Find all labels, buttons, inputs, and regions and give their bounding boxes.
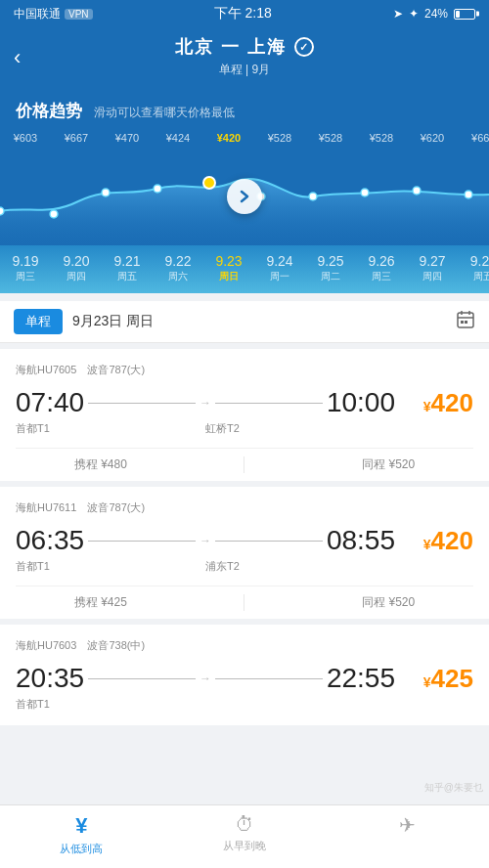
nav-item-1[interactable]: ⏱ 从早到晚 xyxy=(163,813,327,856)
nav-item-2[interactable]: ✈ xyxy=(326,813,489,856)
price-item: ¥528 xyxy=(356,130,407,146)
date-item[interactable]: 9.23周日 xyxy=(203,251,254,285)
flight-dep-time: 07:40 xyxy=(16,387,84,418)
svg-point-6 xyxy=(309,193,317,200)
svg-point-8 xyxy=(413,187,421,195)
arr-airport: 虹桥T2 xyxy=(205,421,240,436)
chart-area xyxy=(0,148,489,245)
battery-percent: 24% xyxy=(424,7,448,21)
arr-airport: 浦东T2 xyxy=(205,559,240,574)
selected-date: 9月23日 周日 xyxy=(72,313,446,330)
forward-button[interactable] xyxy=(227,179,262,214)
flight-card[interactable]: 海航HU7603 波音738(中) 20:35 → 22:55 ¥425 首都T… xyxy=(0,625,489,725)
status-time: 下午 2:18 xyxy=(214,5,272,22)
price-scroll-row[interactable]: ¥603¥667¥470¥424¥420¥528¥528¥528¥620¥66x xyxy=(0,128,489,148)
bluetooth-icon: ✦ xyxy=(409,7,419,21)
route-title: 北京 一 上海 xyxy=(175,35,287,59)
date-row[interactable]: 9.19周三9.20周四9.21周五9.22周六9.23周日9.24周一9.25… xyxy=(0,245,489,293)
date-item[interactable]: 9.27周四 xyxy=(407,251,458,285)
svg-rect-10 xyxy=(458,313,473,327)
flight-dep-time: 06:35 xyxy=(16,525,84,556)
price-item: ¥424 xyxy=(153,130,203,146)
nav-label: 从早到晚 xyxy=(223,839,266,853)
time-sort-icon: ⏱ xyxy=(235,813,254,836)
flight-main: 06:35 → 08:55 ¥420 xyxy=(16,525,473,556)
price-trend-title: 价格趋势 xyxy=(16,102,82,120)
flight-footer: 携程 ¥480 同程 ¥520 xyxy=(16,448,473,481)
date-item[interactable]: 9.26周三 xyxy=(356,251,407,285)
filter-bar: 单程 9月23日 周日 xyxy=(0,301,489,343)
price-item: ¥620 xyxy=(407,130,458,146)
flight-header: 海航HU7605 波音787(大) xyxy=(16,363,473,377)
flight-header: 海航HU7611 波音787(大) xyxy=(16,500,473,515)
svg-point-3 xyxy=(154,185,161,193)
nav-item-0[interactable]: ¥ 从低到高 xyxy=(0,813,163,856)
price-item: ¥420 xyxy=(203,130,254,146)
flight-card[interactable]: 海航HU7605 波音787(大) 07:40 → 10:00 ¥420 首都T… xyxy=(0,349,489,481)
flight-arr-time: 10:00 xyxy=(327,387,395,418)
flight-header: 海航HU7603 波音738(中) xyxy=(16,638,473,653)
header: ‹ 北京 一 上海 ✓ 单程 | 9月 xyxy=(0,27,489,88)
price-sort-icon: ¥ xyxy=(75,813,87,839)
date-item[interactable]: 9.24周一 xyxy=(254,251,305,285)
svg-point-9 xyxy=(465,191,472,198)
svg-point-0 xyxy=(0,207,4,215)
price-trend-section: 价格趋势 滑动可以查看哪天价格最低 ¥603¥667¥470¥424¥420¥5… xyxy=(0,88,489,293)
price-item: ¥66x xyxy=(458,130,489,146)
battery-icon xyxy=(454,9,475,20)
date-item[interactable]: 9.21周五 xyxy=(102,251,153,285)
svg-point-7 xyxy=(361,189,369,196)
flight-arrow: → xyxy=(84,534,327,547)
date-item[interactable]: 9.20周四 xyxy=(51,251,102,285)
carrier-label: 中国联通 xyxy=(14,6,61,22)
tongcheng-price: 同程 ¥520 xyxy=(362,456,415,473)
date-item[interactable]: 9.2x周五 xyxy=(458,251,489,285)
price-trend-subtitle: 滑动可以查看哪天价格最低 xyxy=(94,106,235,119)
calendar-button[interactable] xyxy=(456,310,475,334)
flight-price: ¥420 xyxy=(395,388,473,418)
status-right: ➤ ✦ 24% xyxy=(393,7,475,21)
nav-label: 从低到高 xyxy=(60,842,103,856)
flight-airports: 首都T1 虹桥T2 xyxy=(16,421,473,436)
price-trend-header: 价格趋势 滑动可以查看哪天价格最低 xyxy=(0,100,489,128)
flight-plane: 波音787(大) xyxy=(87,364,145,375)
price-item: ¥667 xyxy=(51,130,102,146)
flight-arrow: → xyxy=(84,396,327,410)
svg-point-2 xyxy=(102,189,110,196)
watermark: 知乎@朱要乜 xyxy=(424,781,483,795)
flight-airline: 海航HU7605 xyxy=(16,364,76,375)
date-item[interactable]: 9.19周三 xyxy=(0,251,51,285)
xiecheng-price: 携程 ¥480 xyxy=(74,456,127,473)
header-title: 北京 一 上海 ✓ xyxy=(39,35,450,59)
check-icon[interactable]: ✓ xyxy=(294,37,314,57)
flight-airports: 首都T1 浦东T2 xyxy=(16,559,473,574)
price-item: ¥528 xyxy=(254,130,305,146)
flight-airline: 海航HU7611 xyxy=(16,501,76,513)
flight-card[interactable]: 海航HU7611 波音787(大) 06:35 → 08:55 ¥420 首都T… xyxy=(0,487,489,619)
location-icon: ➤ xyxy=(393,7,403,21)
status-left: 中国联通 VPN xyxy=(14,6,93,22)
flight-main: 20:35 → 22:55 ¥425 xyxy=(16,663,473,694)
back-button[interactable]: ‹ xyxy=(14,45,21,70)
date-item[interactable]: 9.25周二 xyxy=(305,251,356,285)
flight-plane: 波音787(大) xyxy=(87,501,145,513)
dep-airport: 首都T1 xyxy=(16,697,50,712)
bottom-nav: ¥ 从低到高 ⏱ 从早到晚 ✈ xyxy=(0,804,489,868)
svg-rect-14 xyxy=(461,321,464,324)
dep-airport: 首都T1 xyxy=(16,559,50,574)
price-item: ¥528 xyxy=(305,130,356,146)
flight-dep-time: 20:35 xyxy=(16,663,84,694)
flight-airline: 海航HU7603 xyxy=(16,639,76,651)
tongcheng-price: 同程 ¥520 xyxy=(362,594,415,611)
date-item[interactable]: 9.22周六 xyxy=(153,251,203,285)
svg-point-1 xyxy=(50,210,58,218)
vpn-label: VPN xyxy=(65,9,93,20)
status-bar: 中国联通 VPN 下午 2:18 ➤ ✦ 24% xyxy=(0,0,489,27)
svg-point-4 xyxy=(203,177,215,189)
flight-plane: 波音738(中) xyxy=(87,639,145,651)
header-subtitle: 单程 | 9月 xyxy=(39,62,450,78)
trip-type-tag[interactable]: 单程 xyxy=(14,309,63,334)
plane-icon: ✈ xyxy=(399,813,416,837)
flight-list: 海航HU7605 波音787(大) 07:40 → 10:00 ¥420 首都T… xyxy=(0,349,489,794)
flight-price: ¥420 xyxy=(395,526,473,556)
